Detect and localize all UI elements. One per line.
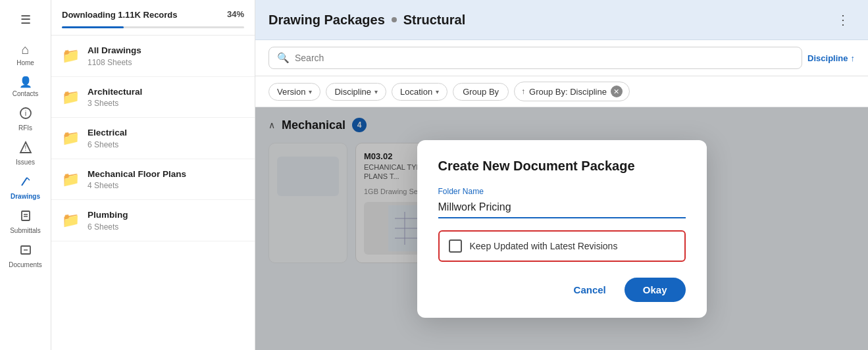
folder-sheets: 3 Sheets [88,99,142,108]
chevron-down-icon: ▾ [309,88,312,95]
folder-name-input[interactable] [438,199,686,218]
sidebar-item-home[interactable]: ⌂ Home [2,37,49,70]
modal-title: Create New Document Package [438,159,686,174]
folder-name: Architectural [88,86,142,98]
folder-info: Mechanical Floor Plans 4 Sheets [88,168,186,191]
folder-name: Mechanical Floor Plans [88,168,186,180]
folder-info: Electrical 6 Sheets [88,127,127,149]
sidebar-item-contacts[interactable]: 👤 Contacts [2,70,49,101]
rfis-icon: i [19,107,32,122]
sidebar-item-rfis[interactable]: i RFIs [2,101,49,136]
folder-item-all-drawings[interactable]: 📁 All Drawings 1108 Sheets [51,36,255,77]
download-title: Downloading 1.11K Records [62,9,178,21]
discipline-sort-label: Discipline [807,53,848,63]
search-box[interactable]: 🔍 [268,47,802,69]
left-panel: Downloading 1.11K Records 34% 📁 All Draw… [51,0,255,350]
search-input[interactable] [295,53,794,63]
folder-sheets: 4 Sheets [88,181,186,190]
sidebar-item-label: Contacts [13,90,38,97]
home-icon: ⌂ [21,42,29,57]
group-by-label: Group By [463,87,499,97]
active-group-chip: ↑ Group By: Discipline ✕ [514,82,630,101]
main-title: Drawing Packages Structural [268,12,465,28]
folder-name-label: Folder Name [438,187,686,196]
menu-button[interactable]: ☰ [11,5,40,34]
download-bar: Downloading 1.11K Records 34% [51,0,255,36]
sidebar-item-documents[interactable]: Documents [2,238,49,272]
sidebar: ☰ ⌂ Home 👤 Contacts i RFIs ! Issues Draw… [0,0,51,350]
folder-info: Architectural 3 Sheets [88,86,142,109]
modal-overlay: Create New Document Package Folder Name … [255,107,868,350]
active-group-label: Group By: Discipline [529,87,607,97]
version-filter-button[interactable]: Version ▾ [268,83,320,101]
issues-icon: ! [19,141,32,157]
submittals-icon [19,209,32,225]
sidebar-item-issues[interactable]: ! Issues [2,136,49,170]
folder-info: Plumbing 6 Sheets [88,209,128,232]
sort-up-icon: ↑ [521,87,525,96]
folder-icon: 📁 [62,89,80,106]
version-filter-label: Version [277,87,305,97]
sidebar-item-label: Submittals [10,227,41,234]
folder-list: 📁 All Drawings 1108 Sheets 📁 Architectur… [51,36,255,350]
svg-line-4 [22,178,27,186]
svg-text:i: i [24,109,26,117]
location-filter-button[interactable]: Location ▾ [392,83,447,101]
folder-icon: 📁 [62,47,80,64]
discipline-filter-label: Discipline [334,87,371,97]
okay-button[interactable]: Okay [625,278,686,302]
folder-sheets: 6 Sheets [88,140,127,149]
filter-bar: Version ▾ Discipline ▾ Location ▾ Group … [255,76,868,107]
drawing-packages-title: Drawing Packages [268,12,385,28]
content-area: ∧ Mechanical 4 M03.02 ECHANICAL TYPICAL … [255,107,868,350]
folder-name: Plumbing [88,209,128,221]
create-package-modal: Create New Document Package Folder Name … [417,140,707,318]
keep-updated-checkbox-row[interactable]: Keep Updated with Latest Revisions [438,230,686,262]
structural-subtitle: Structural [403,12,465,28]
menu-icon: ☰ [20,12,31,27]
sort-arrow-icon: ↑ [851,53,855,63]
group-by-button[interactable]: Group By [453,83,509,101]
keep-updated-checkbox[interactable] [449,239,462,253]
sidebar-item-label: Documents [9,261,42,268]
folder-icon: 📁 [62,130,80,147]
discipline-filter-button[interactable]: Discipline ▾ [326,83,386,101]
sidebar-item-label: Home [16,59,34,66]
folder-item-architectural[interactable]: 📁 Architectural 3 Sheets [51,77,255,118]
search-icon: 🔍 [277,52,290,64]
chevron-down-icon: ▾ [436,88,439,95]
sidebar-item-label: Issues [16,159,35,166]
toolbar: 🔍 Discipline ↑ [255,40,868,76]
main-panel: Drawing Packages Structural ⋮ 🔍 Discipli… [255,0,868,350]
sidebar-item-label: Drawings [11,193,40,200]
sidebar-item-submittals[interactable]: Submittals [2,204,49,238]
cancel-button[interactable]: Cancel [563,279,617,301]
folder-icon: 📁 [62,212,80,229]
svg-line-5 [27,178,30,180]
folder-icon: 📁 [62,171,80,188]
svg-rect-6 [22,211,30,220]
main-header: Drawing Packages Structural ⋮ [255,0,868,40]
chevron-down-icon: ▾ [374,88,378,95]
contacts-icon: 👤 [19,76,32,88]
folder-sheets: 1108 Sheets [88,58,141,67]
folder-info: All Drawings 1108 Sheets [88,45,141,67]
drawings-icon [19,175,32,191]
folder-name: Electrical [88,127,127,139]
progress-bar-background [62,26,244,28]
folder-item-mechanical-floor-plans[interactable]: 📁 Mechanical Floor Plans 4 Sheets [51,159,255,201]
more-options-button[interactable]: ⋮ [831,9,855,30]
discipline-sort-button[interactable]: Discipline ↑ [807,53,855,63]
svg-text:!: ! [24,145,26,152]
modal-actions: Cancel Okay [438,278,686,302]
folder-item-plumbing[interactable]: 📁 Plumbing 6 Sheets [51,200,255,241]
folder-name: All Drawings [88,45,141,57]
keep-updated-label: Keep Updated with Latest Revisions [470,241,618,251]
folder-item-electrical[interactable]: 📁 Electrical 6 Sheets [51,118,255,159]
sidebar-item-label: RFIs [18,124,32,132]
progress-bar-fill [62,26,124,28]
remove-group-button[interactable]: ✕ [611,86,623,97]
title-separator [392,17,397,22]
location-filter-label: Location [400,87,432,97]
sidebar-item-drawings[interactable]: Drawings [2,170,49,204]
